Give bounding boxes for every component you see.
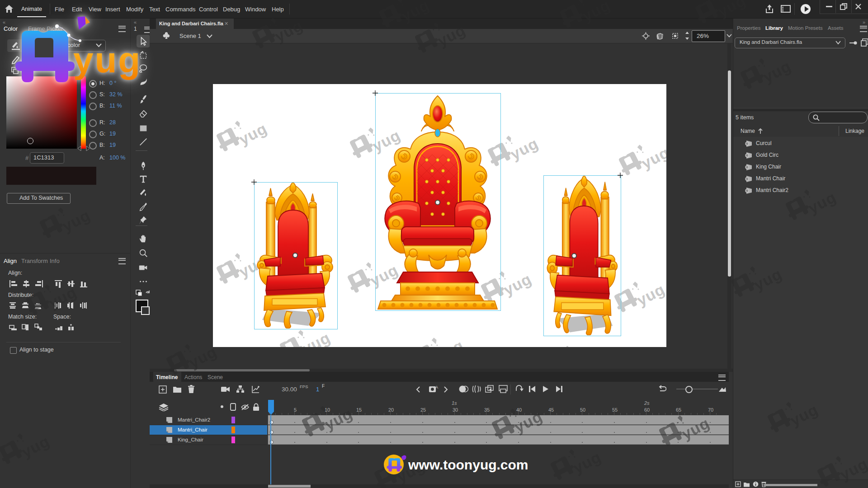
svg-text:www.toonyug.com: www.toonyug.com bbox=[408, 457, 528, 472]
svg-text:A: A bbox=[435, 385, 438, 389]
svg-text:yug: yug bbox=[73, 40, 142, 80]
